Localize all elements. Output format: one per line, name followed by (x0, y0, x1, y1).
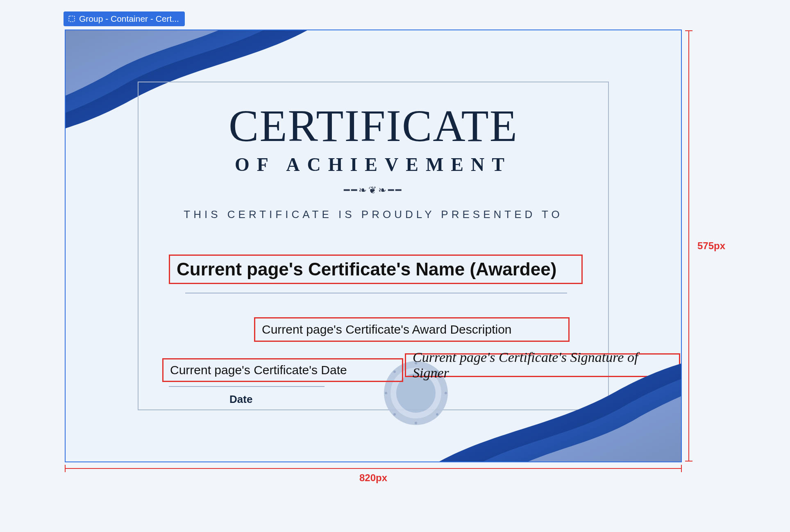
certificate-container[interactable]: CERTIFICATE OF ACHIEVEMENT ━━❧❦❧━━ THIS … (65, 30, 682, 462)
width-ruler: 820px (65, 465, 682, 481)
signature-field[interactable]: Current page's Certificate's Signature o… (405, 353, 680, 377)
award-description-value: Current page's Certificate's Award Descr… (262, 323, 512, 336)
awardee-underline (185, 293, 567, 293)
editor-stage: Group - Container - Cert... CER (0, 0, 790, 532)
width-ruler-label: 820px (359, 472, 387, 484)
date-underline (169, 386, 325, 387)
svg-point-10 (393, 413, 396, 416)
certificate-date-value: Current page's Certificate's Date (170, 363, 347, 377)
awardee-name-field[interactable]: Current page's Certificate's Name (Award… (169, 255, 583, 284)
certificate-date-field[interactable]: Current page's Certificate's Date (162, 358, 403, 382)
certificate-subtitle: OF ACHIEVEMENT (235, 154, 512, 175)
selection-dashed-box-icon (68, 15, 76, 23)
height-ruler-label: 575px (697, 240, 725, 252)
svg-rect-0 (69, 16, 75, 22)
date-label: Date (229, 393, 252, 406)
certificate-title: CERTIFICATE (229, 100, 518, 152)
award-description-field[interactable]: Current page's Certificate's Award Descr… (254, 317, 570, 342)
certificate-content: CERTIFICATE OF ACHIEVEMENT ━━❧❦❧━━ THIS … (66, 100, 681, 221)
height-ruler: 575px (685, 30, 701, 462)
selection-label-chip[interactable]: Group - Container - Cert... (64, 11, 185, 26)
awardee-name-value: Current page's Certificate's Name (Award… (177, 259, 556, 280)
signature-value: Current page's Certificate's Signature o… (413, 350, 672, 381)
svg-point-5 (415, 422, 417, 424)
svg-point-11 (436, 413, 438, 416)
presented-to-text: THIS CERTIFICATE IS PROUDLY PRESENTED TO (184, 208, 563, 221)
selection-label-text: Group - Container - Cert... (79, 14, 179, 24)
ornament-divider-icon: ━━❧❦❧━━ (344, 184, 403, 196)
